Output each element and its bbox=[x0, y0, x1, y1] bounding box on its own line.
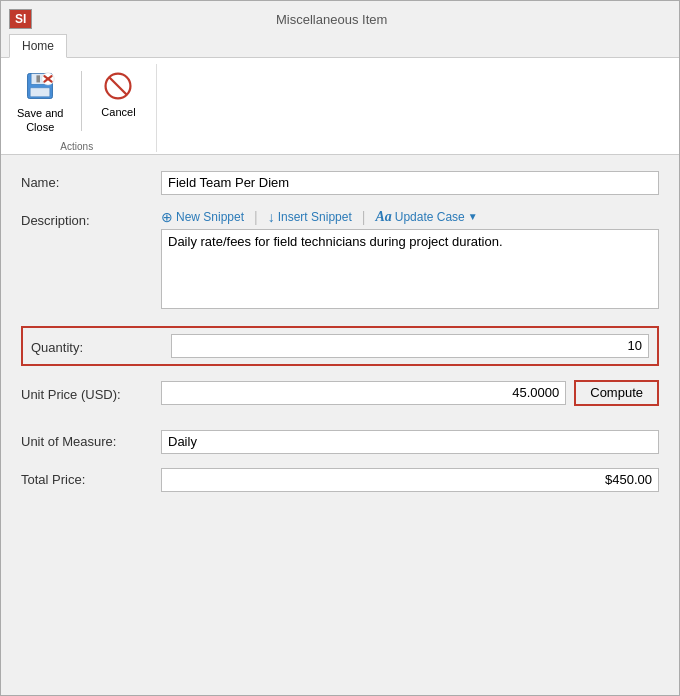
insert-snippet-icon: ↓ bbox=[268, 209, 275, 225]
toolbar-separator-2: | bbox=[362, 209, 366, 225]
update-case-dropdown-icon: ▼ bbox=[468, 211, 478, 222]
ribbon-tabs: Home bbox=[1, 33, 679, 57]
total-price-row: Total Price: bbox=[21, 468, 659, 492]
unit-price-label: Unit Price (USD): bbox=[21, 383, 161, 402]
ribbon-actions-group: Save andClose Cancel Actions bbox=[11, 64, 157, 152]
cancel-button[interactable]: Cancel bbox=[94, 64, 142, 139]
plus-circle-icon: ⊕ bbox=[161, 209, 173, 225]
name-input[interactable] bbox=[161, 171, 659, 195]
description-toolbar: ⊕ New Snippet | ↓ Insert Snippet | Aa Up… bbox=[161, 209, 659, 225]
update-case-label: Update Case bbox=[395, 210, 465, 224]
name-label: Name: bbox=[21, 171, 161, 190]
insert-snippet-button[interactable]: ↓ Insert Snippet bbox=[268, 209, 352, 225]
si-badge: SI bbox=[9, 9, 32, 29]
description-row: Description: ⊕ New Snippet | ↓ Insert Sn… bbox=[21, 209, 659, 312]
content-area: Name: Description: ⊕ New Snippet | ↓ Ins… bbox=[1, 155, 679, 695]
title-bar: SI Miscellaneous Item bbox=[1, 1, 679, 33]
new-snippet-label: New Snippet bbox=[176, 210, 244, 224]
cancel-label: Cancel bbox=[101, 106, 135, 118]
cancel-icon bbox=[100, 68, 136, 104]
quantity-input[interactable] bbox=[171, 334, 649, 358]
compute-button[interactable]: Compute bbox=[574, 380, 659, 406]
update-case-icon: Aa bbox=[375, 209, 391, 225]
name-row: Name: bbox=[21, 171, 659, 195]
description-control: ⊕ New Snippet | ↓ Insert Snippet | Aa Up… bbox=[161, 209, 659, 312]
quantity-label: Quantity: bbox=[31, 336, 171, 355]
unit-price-input[interactable] bbox=[161, 381, 566, 405]
ribbon-divider bbox=[81, 71, 82, 131]
ribbon: Save andClose Cancel Actions bbox=[1, 57, 679, 155]
ribbon-group-label: Actions bbox=[60, 141, 93, 152]
spacer bbox=[21, 420, 659, 430]
svg-rect-2 bbox=[37, 75, 41, 82]
svg-rect-3 bbox=[30, 88, 50, 97]
uom-row: Unit of Measure: bbox=[21, 430, 659, 454]
total-price-input[interactable] bbox=[161, 468, 659, 492]
update-case-button[interactable]: Aa Update Case ▼ bbox=[375, 209, 477, 225]
total-price-control bbox=[161, 468, 659, 492]
toolbar-separator-1: | bbox=[254, 209, 258, 225]
uom-control bbox=[161, 430, 659, 454]
new-snippet-button[interactable]: ⊕ New Snippet bbox=[161, 209, 244, 225]
window-title: Miscellaneous Item bbox=[42, 12, 671, 27]
save-close-icon bbox=[22, 68, 58, 104]
svg-line-8 bbox=[110, 78, 126, 94]
total-price-label: Total Price: bbox=[21, 468, 161, 487]
ribbon-buttons: Save andClose Cancel bbox=[11, 64, 142, 139]
tab-home[interactable]: Home bbox=[9, 34, 67, 58]
name-control bbox=[161, 171, 659, 195]
main-window: SI Miscellaneous Item Home bbox=[0, 0, 680, 696]
uom-input[interactable] bbox=[161, 430, 659, 454]
save-close-label: Save andClose bbox=[17, 106, 63, 135]
save-close-button[interactable]: Save andClose bbox=[11, 64, 69, 139]
description-label: Description: bbox=[21, 209, 161, 228]
quantity-row: Quantity: bbox=[21, 326, 659, 366]
description-textarea[interactable]: Daily rate/fees for field technicians du… bbox=[161, 229, 659, 309]
unit-price-row: Unit Price (USD): Compute bbox=[21, 380, 659, 406]
uom-label: Unit of Measure: bbox=[21, 430, 161, 449]
insert-snippet-label: Insert Snippet bbox=[278, 210, 352, 224]
